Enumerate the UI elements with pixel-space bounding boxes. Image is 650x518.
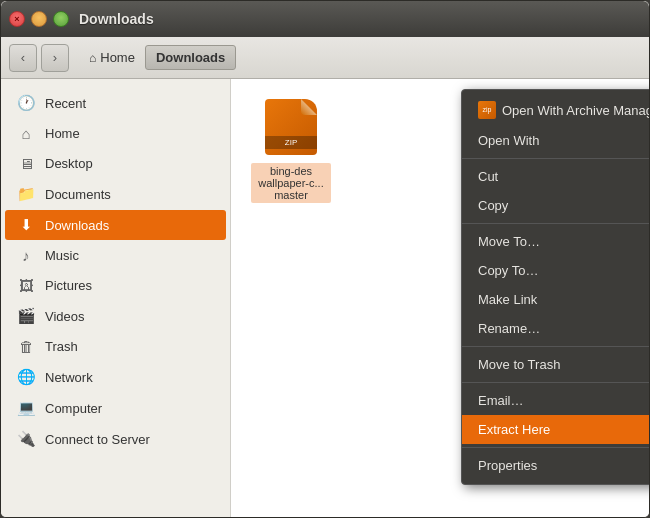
file-manager-window: × Downloads ‹ › ⌂ Home Downloads 🕐 Recen… xyxy=(0,0,650,518)
recent-icon: 🕐 xyxy=(17,94,35,112)
sidebar-label-connect: Connect to Server xyxy=(45,432,150,447)
sidebar-label-pictures: Pictures xyxy=(45,278,92,293)
menu-copy-label: Copy xyxy=(478,198,508,213)
connect-icon: 🔌 xyxy=(17,430,35,448)
breadcrumb-home[interactable]: ⌂ Home xyxy=(79,46,145,69)
window-title: Downloads xyxy=(79,11,154,27)
zip-fold xyxy=(301,99,317,115)
videos-icon: 🎬 xyxy=(17,307,35,325)
network-icon: 🌐 xyxy=(17,368,35,386)
downloads-icon: ⬇ xyxy=(17,216,35,234)
forward-button[interactable]: › xyxy=(41,44,69,72)
menu-extract-here-label: Extract Here xyxy=(478,422,550,437)
sidebar-label-documents: Documents xyxy=(45,187,111,202)
menu-rename-label: Rename… xyxy=(478,321,540,336)
menu-item-make-link[interactable]: Make Link xyxy=(462,285,649,314)
sidebar-label-videos: Videos xyxy=(45,309,85,324)
menu-item-cut[interactable]: Cut xyxy=(462,162,649,191)
menu-properties-label: Properties xyxy=(478,458,537,473)
pictures-icon: 🖼 xyxy=(17,277,35,294)
separator-5 xyxy=(462,447,649,448)
sidebar-item-connect[interactable]: 🔌 Connect to Server xyxy=(5,424,226,454)
menu-item-email[interactable]: Email… xyxy=(462,386,649,415)
menu-item-move-trash[interactable]: Move to Trash xyxy=(462,350,649,379)
desktop-icon: 🖥 xyxy=(17,155,35,172)
menu-item-open-archive[interactable]: zip Open With Archive Manager xyxy=(462,94,649,126)
home-icon: ⌂ xyxy=(89,51,96,65)
separator-4 xyxy=(462,382,649,383)
breadcrumb-downloads[interactable]: Downloads xyxy=(145,45,236,70)
trash-icon: 🗑 xyxy=(17,338,35,355)
minimize-button[interactable] xyxy=(31,11,47,27)
sidebar-label-network: Network xyxy=(45,370,93,385)
file-name: bing-des wallpaper-c... master xyxy=(251,163,331,203)
home-sidebar-icon: ⌂ xyxy=(17,125,35,142)
menu-item-properties[interactable]: Properties xyxy=(462,451,649,480)
sidebar-item-recent[interactable]: 🕐 Recent xyxy=(5,88,226,118)
sidebar-item-home[interactable]: ⌂ Home xyxy=(5,119,226,148)
breadcrumb-downloads-label: Downloads xyxy=(156,50,225,65)
archive-manager-icon: zip xyxy=(478,101,496,119)
menu-cut-label: Cut xyxy=(478,169,498,184)
computer-icon: 💻 xyxy=(17,399,35,417)
maximize-button[interactable] xyxy=(53,11,69,27)
sidebar-label-music: Music xyxy=(45,248,79,263)
documents-icon: 📁 xyxy=(17,185,35,203)
separator-3 xyxy=(462,346,649,347)
separator-1 xyxy=(462,158,649,159)
menu-open-archive-label: Open With Archive Manager xyxy=(502,103,649,118)
zip-file-icon: ZIP xyxy=(261,99,321,159)
sidebar-label-downloads: Downloads xyxy=(45,218,109,233)
sidebar-label-trash: Trash xyxy=(45,339,78,354)
file-item[interactable]: ZIP bing-des wallpaper-c... master xyxy=(251,99,331,203)
close-button[interactable]: × xyxy=(9,11,25,27)
sidebar-item-videos[interactable]: 🎬 Videos xyxy=(5,301,226,331)
context-menu: zip Open With Archive Manager Open With … xyxy=(461,89,649,485)
window-controls: × xyxy=(9,11,69,27)
sidebar-item-desktop[interactable]: 🖥 Desktop xyxy=(5,149,226,178)
menu-open-with-label: Open With xyxy=(478,133,539,148)
main-area: 🕐 Recent ⌂ Home 🖥 Desktop 📁 Documents ⬇ … xyxy=(1,79,649,517)
sidebar: 🕐 Recent ⌂ Home 🖥 Desktop 📁 Documents ⬇ … xyxy=(1,79,231,517)
separator-2 xyxy=(462,223,649,224)
menu-email-label: Email… xyxy=(478,393,524,408)
sidebar-item-music[interactable]: ♪ Music xyxy=(5,241,226,270)
menu-item-rename[interactable]: Rename… xyxy=(462,314,649,343)
sidebar-item-pictures[interactable]: 🖼 Pictures xyxy=(5,271,226,300)
titlebar: × Downloads xyxy=(1,1,649,37)
toolbar: ‹ › ⌂ Home Downloads xyxy=(1,37,649,79)
back-button[interactable]: ‹ xyxy=(9,44,37,72)
breadcrumb-home-label: Home xyxy=(100,50,135,65)
music-icon: ♪ xyxy=(17,247,35,264)
menu-item-copy-to[interactable]: Copy To… xyxy=(462,256,649,285)
menu-move-trash-label: Move to Trash xyxy=(478,357,560,372)
menu-item-move-to[interactable]: Move To… xyxy=(462,227,649,256)
sidebar-label-desktop: Desktop xyxy=(45,156,93,171)
file-area: ZIP bing-des wallpaper-c... master zip O… xyxy=(231,79,649,517)
breadcrumb: ⌂ Home Downloads xyxy=(79,45,236,70)
sidebar-item-trash[interactable]: 🗑 Trash xyxy=(5,332,226,361)
sidebar-label-recent: Recent xyxy=(45,96,86,111)
sidebar-item-network[interactable]: 🌐 Network xyxy=(5,362,226,392)
menu-copy-to-label: Copy To… xyxy=(478,263,538,278)
menu-item-open-with[interactable]: Open With ▶ xyxy=(462,126,649,155)
sidebar-item-documents[interactable]: 📁 Documents xyxy=(5,179,226,209)
menu-item-extract-here[interactable]: Extract Here xyxy=(462,415,649,444)
sidebar-item-downloads[interactable]: ⬇ Downloads xyxy=(5,210,226,240)
sidebar-label-home: Home xyxy=(45,126,80,141)
menu-move-to-label: Move To… xyxy=(478,234,540,249)
menu-item-copy[interactable]: Copy xyxy=(462,191,649,220)
menu-make-link-label: Make Link xyxy=(478,292,537,307)
sidebar-label-computer: Computer xyxy=(45,401,102,416)
sidebar-item-computer[interactable]: 💻 Computer xyxy=(5,393,226,423)
zip-type-label: ZIP xyxy=(265,136,317,149)
